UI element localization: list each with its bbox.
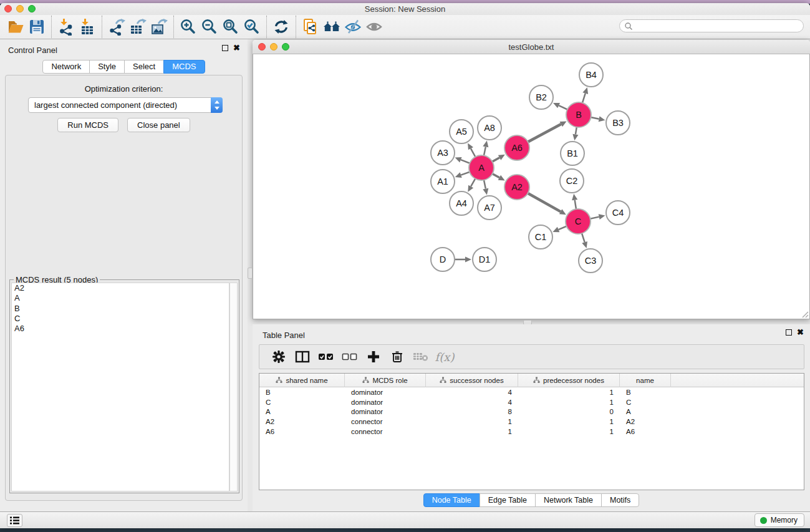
tab-style[interactable]: Style — [89, 60, 125, 74]
toolbar-separator — [102, 16, 102, 38]
table-cell[interactable]: A — [620, 408, 671, 415]
new-network-from-selection-icon[interactable] — [300, 17, 321, 37]
table-cell[interactable]: dominator — [345, 408, 426, 415]
first-neighbors-icon[interactable] — [321, 17, 342, 37]
zoom-out-icon[interactable] — [199, 17, 220, 37]
column-header-MCDS-role[interactable]: MCDS role — [345, 374, 426, 387]
table-cell[interactable]: connector — [345, 428, 426, 435]
save-session-icon[interactable] — [26, 17, 47, 37]
function-builder-icon[interactable]: f(x) — [433, 346, 456, 367]
zoom-in-icon[interactable] — [178, 17, 199, 37]
delete-column-icon[interactable] — [385, 346, 409, 367]
network-canvas[interactable]: B4B2BB3A8A5A6A3B1AA1C2A2A4A7C4CC1C3DD1 — [253, 54, 810, 319]
table-cell[interactable]: 4 — [426, 389, 518, 396]
run-mcds-button[interactable]: Run MCDS — [57, 118, 118, 132]
tab-node-table[interactable]: Node Table — [423, 493, 480, 507]
result-list-item[interactable]: A2 — [12, 283, 229, 293]
settings-gear-icon[interactable] — [267, 346, 291, 367]
table-cell[interactable]: 1 — [426, 428, 518, 435]
table-toolbar: f(x) — [259, 344, 804, 369]
unselect-all-columns-icon[interactable] — [338, 346, 362, 367]
export-image-icon[interactable] — [148, 17, 170, 37]
show-hide-panel-icon[interactable] — [364, 17, 385, 37]
vertical-splitter-grip[interactable] — [248, 268, 253, 279]
result-list-item[interactable]: C — [12, 314, 229, 324]
import-network-icon[interactable] — [55, 17, 77, 37]
table-cell[interactable]: B — [620, 389, 671, 396]
tab-edge-table[interactable]: Edge Table — [480, 493, 536, 507]
table-cell[interactable]: A2 — [259, 418, 345, 425]
tab-network[interactable]: Network — [42, 60, 90, 74]
zoom-fit-icon[interactable] — [220, 17, 241, 37]
refresh-layout-icon[interactable] — [271, 17, 292, 37]
select-all-columns-icon[interactable] — [314, 346, 338, 367]
result-list-item[interactable]: A6 — [12, 324, 229, 334]
memory-button[interactable]: Memory — [755, 513, 804, 527]
graph-node-label: B — [576, 110, 582, 120]
close-table-panel-icon[interactable]: ✖ — [797, 329, 804, 336]
main-toolbar — [0, 15, 810, 39]
table-cell[interactable]: dominator — [345, 399, 426, 406]
task-history-button[interactable] — [7, 514, 22, 527]
table-cell[interactable]: 4 — [426, 399, 518, 406]
export-network-icon[interactable] — [106, 17, 127, 37]
table-row[interactable]: A2connector11A2 — [259, 417, 804, 427]
search-icon — [624, 22, 633, 31]
table-cell[interactable]: 8 — [426, 408, 518, 415]
graph-node-label: A — [478, 163, 485, 173]
table-cell[interactable]: C — [620, 399, 671, 406]
network-window-titlebar: testGlobe.txt — [253, 40, 810, 54]
tab-motifs[interactable]: Motifs — [601, 493, 639, 507]
export-table-icon[interactable] — [127, 17, 148, 37]
table-cell[interactable]: A6 — [259, 428, 345, 435]
table-cell[interactable]: A2 — [620, 418, 671, 425]
node-table: shared nameMCDS rolesuccessor nodesprede… — [259, 373, 804, 490]
table-cell[interactable]: 1 — [518, 418, 620, 425]
table-cell[interactable]: A6 — [620, 428, 671, 435]
split-view-icon[interactable] — [291, 346, 314, 367]
import-table-icon[interactable] — [77, 17, 98, 37]
table-row[interactable]: Adominator80A — [259, 407, 804, 417]
tab-select[interactable]: Select — [124, 60, 164, 74]
table-cell[interactable]: 1 — [518, 389, 620, 396]
table-cell[interactable]: A — [259, 408, 345, 415]
table-cell[interactable]: 1 — [518, 428, 620, 435]
window-title: Session: New Session — [0, 4, 810, 14]
delete-table-icon[interactable] — [409, 346, 433, 367]
mcds-result-box: MCDS result (5 nodes) A2ABCA6 — [9, 279, 239, 493]
column-header-label: successor nodes — [450, 377, 503, 384]
table-row[interactable]: Cdominator41C — [259, 397, 804, 407]
column-type-icon — [276, 377, 282, 385]
tab-mcds[interactable]: MCDS — [163, 60, 205, 74]
column-header-shared-name[interactable]: shared name — [259, 374, 345, 387]
add-column-icon[interactable] — [362, 346, 385, 367]
criterion-value: largest connected component (directed) — [29, 100, 211, 110]
table-cell[interactable]: 1 — [518, 399, 620, 406]
table-cell[interactable]: 0 — [518, 408, 620, 415]
search-input[interactable] — [633, 21, 803, 31]
close-panel-button[interactable]: Close panel — [127, 118, 190, 132]
criterion-select[interactable]: largest connected component (directed) — [28, 97, 223, 113]
table-cell[interactable]: connector — [345, 418, 426, 425]
table-row[interactable]: Bdominator41B — [259, 387, 804, 397]
open-file-icon[interactable] — [5, 17, 26, 37]
table-cell[interactable]: 1 — [426, 418, 518, 425]
column-header-name[interactable]: name — [620, 374, 671, 387]
table-cell[interactable]: C — [259, 399, 345, 406]
result-scrollbar[interactable] — [229, 283, 238, 491]
table-cell[interactable]: dominator — [345, 389, 426, 396]
resize-grip-icon[interactable] — [801, 311, 809, 318]
zoom-selected-icon[interactable] — [241, 17, 263, 37]
table-row[interactable]: A6connector11A6 — [259, 427, 804, 437]
tab-network-table[interactable]: Network Table — [535, 493, 602, 507]
column-header-successor-nodes[interactable]: successor nodes — [426, 374, 518, 387]
table-panel: Table Panel ✖ f(x) shared nameMCDS roles… — [253, 324, 810, 511]
result-list-item[interactable]: B — [12, 304, 229, 314]
result-list-item[interactable]: A — [12, 293, 229, 303]
float-table-panel-icon[interactable] — [786, 329, 792, 336]
hide-graphics-details-icon[interactable] — [342, 17, 364, 37]
column-header-predecessor-nodes[interactable]: predecessor nodes — [518, 374, 620, 387]
float-panel-icon[interactable] — [222, 45, 228, 51]
close-panel-icon[interactable]: ✖ — [233, 45, 240, 51]
table-cell[interactable]: B — [259, 389, 345, 396]
